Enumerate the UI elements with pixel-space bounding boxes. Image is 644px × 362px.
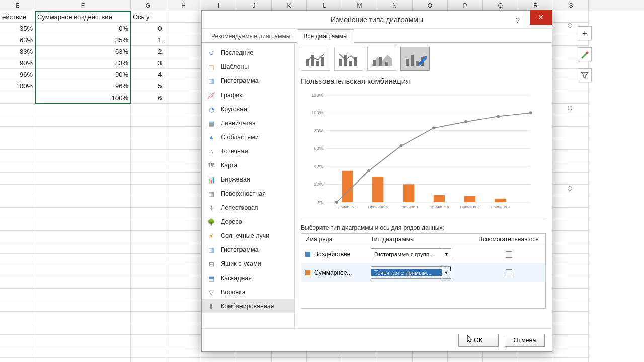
close-button[interactable]: ✕: [530, 10, 552, 25]
resize-handle[interactable]: [568, 23, 572, 28]
col-header-J[interactable]: J: [236, 0, 272, 11]
col-header-P[interactable]: P: [448, 0, 483, 11]
col-header-M[interactable]: M: [342, 0, 377, 11]
tree-item-5[interactable]: ▤Линейчатая: [202, 116, 294, 130]
svg-rect-4: [321, 57, 324, 66]
aux-axis-checkbox-1[interactable]: [506, 251, 512, 258]
svg-rect-7: [349, 61, 352, 66]
svg-rect-34: [464, 196, 475, 202]
col-header-L[interactable]: L: [307, 0, 342, 11]
col-header-O[interactable]: O: [413, 0, 448, 11]
change-chart-type-dialog: Изменение типа диаграммы ? ✕ Рекомендуем…: [201, 10, 552, 352]
chart-elements-button[interactable]: ＋: [578, 26, 592, 40]
dialog-titlebar[interactable]: Изменение типа диаграммы ? ✕: [202, 11, 552, 29]
tree-item-9[interactable]: 📊Биржевая: [202, 172, 294, 187]
tree-item-15[interactable]: ⊟Ящик с усами: [202, 257, 294, 271]
cell[interactable]: ействие: [0, 11, 35, 23]
series-row-2[interactable]: Суммарное... Точечная с прямым...▼: [301, 263, 545, 282]
cell[interactable]: Суммарное воздействие: [35, 11, 131, 23]
col-header-R[interactable]: R: [518, 0, 553, 11]
tree-item-6[interactable]: ▲С областями: [202, 130, 294, 144]
resize-handle[interactable]: [568, 106, 572, 110]
tree-item-4[interactable]: ◔Круговая: [202, 102, 294, 116]
svg-text:40%: 40%: [314, 164, 323, 169]
tree-icon: ▥: [207, 245, 216, 254]
col-header-N[interactable]: N: [377, 0, 413, 11]
tree-icon: 🗺: [207, 161, 216, 170]
dialog-title: Изменение типа диаграммы: [331, 16, 423, 24]
combo-subtype-1[interactable]: [301, 47, 330, 71]
series-type-combo-2[interactable]: Точечная с прямым...▼: [371, 266, 451, 279]
tree-item-13[interactable]: ☀Солнечные лучи: [202, 229, 294, 243]
cancel-button[interactable]: Отмена: [505, 334, 545, 347]
col-header-I[interactable]: I: [201, 0, 236, 11]
tree-item-1[interactable]: ▢Шаблоны: [202, 60, 294, 74]
svg-rect-13: [411, 55, 414, 66]
tree-icon: ▢: [207, 62, 216, 71]
svg-rect-2: [311, 55, 314, 66]
col-header-F[interactable]: F: [35, 0, 131, 11]
tree-icon: ▥: [207, 76, 216, 85]
tab-recommended[interactable]: Рекомендуемые диаграммы: [205, 29, 297, 43]
svg-text:Причина 1: Причина 1: [398, 205, 419, 209]
svg-rect-31: [372, 177, 383, 202]
series-head-name: Имя ряда: [305, 236, 371, 243]
ok-button[interactable]: OK: [458, 334, 499, 347]
chevron-down-icon: ▼: [442, 267, 451, 278]
col-header-S[interactable]: S: [553, 0, 589, 11]
svg-rect-32: [403, 184, 414, 202]
chart-filter-button[interactable]: [578, 68, 592, 82]
combo-subtype-2[interactable]: [334, 47, 363, 71]
tree-item-18[interactable]: ⫿Комбинированная: [202, 299, 294, 313]
tree-item-17[interactable]: ▽Воронка: [202, 285, 294, 299]
chart-styles-button[interactable]: [578, 47, 592, 61]
series-color-swatch: [305, 270, 310, 275]
series-instruction: Выберите тип диаграммы и ось для рядов д…: [301, 224, 546, 231]
col-header-K[interactable]: K: [272, 0, 307, 11]
tree-icon: ▤: [207, 119, 216, 128]
svg-rect-9: [373, 60, 376, 66]
tree-icon: ⫿: [207, 302, 216, 311]
tree-item-10[interactable]: ▦Поверхностная: [202, 187, 294, 201]
tree-item-16[interactable]: ⬒Каскадная: [202, 271, 294, 285]
svg-rect-35: [495, 199, 506, 202]
series-head-type: Тип диаграммы: [371, 236, 476, 243]
chevron-down-icon: ▼: [442, 249, 451, 260]
tab-all[interactable]: Все диаграммы: [297, 29, 354, 43]
tree-icon: ∴: [207, 147, 216, 156]
svg-text:Причина 6: Причина 6: [429, 205, 449, 209]
tree-item-7[interactable]: ∴Точечная: [202, 144, 294, 158]
combo-subtype-3[interactable]: [367, 47, 396, 71]
svg-text:Причина 4: Причина 4: [491, 205, 511, 209]
svg-text:Причина 3: Причина 3: [338, 205, 358, 209]
aux-axis-checkbox-2[interactable]: [506, 269, 512, 276]
col-header-G[interactable]: G: [131, 0, 166, 11]
svg-rect-10: [379, 57, 382, 66]
series-type-combo-1[interactable]: Гистограмма с групп...▼: [371, 248, 451, 260]
tree-item-12[interactable]: 🌳Дерево: [202, 215, 294, 229]
tree-item-11[interactable]: ✳Лепестковая: [202, 201, 294, 215]
tree-icon: ↺: [207, 48, 216, 57]
series-head-aux: Вспомогательная ось: [476, 236, 541, 243]
dialog-footer: OK Отмена: [202, 328, 552, 351]
cell[interactable]: Ось у: [131, 11, 166, 23]
tree-item-3[interactable]: 📈График: [202, 88, 294, 102]
tree-icon: ▲: [207, 133, 216, 142]
series-row-1[interactable]: Воздействие Гистограмма с групп...▼: [301, 245, 545, 263]
tree-item-8[interactable]: 🗺Карта: [202, 158, 294, 172]
tree-item-14[interactable]: ▥Гистограмма: [202, 243, 294, 257]
tree-icon: ⊟: [207, 259, 216, 268]
col-header-E[interactable]: E: [0, 0, 35, 11]
chart-type-tree: ↺Последние▢Шаблоны▥Гистограмма📈График◔Кр…: [202, 43, 295, 328]
tree-item-0[interactable]: ↺Последние: [202, 46, 294, 60]
help-button[interactable]: ?: [508, 11, 528, 29]
col-header-Q[interactable]: Q: [483, 0, 518, 11]
combo-subtype-custom[interactable]: [400, 47, 430, 71]
svg-text:120%: 120%: [311, 93, 323, 98]
series-config: Имя ряда Тип диаграммы Вспомогательная о…: [301, 233, 546, 309]
tree-item-2[interactable]: ▥Гистограмма: [202, 74, 294, 88]
resize-handle[interactable]: [568, 186, 572, 191]
col-header-H[interactable]: H: [166, 0, 201, 11]
svg-rect-3: [316, 61, 319, 66]
dialog-tabs: Рекомендуемые диаграммы Все диаграммы: [202, 29, 552, 43]
